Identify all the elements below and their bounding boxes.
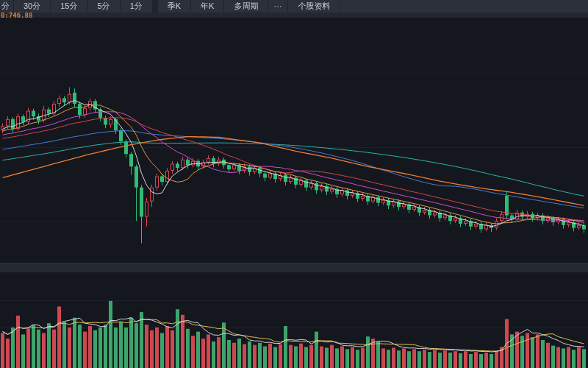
tab-quarter-k[interactable]: 季K (158, 0, 190, 13)
toolbar-filler (340, 0, 588, 13)
kline-chart-canvas[interactable] (0, 18, 588, 368)
tab-more[interactable]: ⋯ (268, 0, 287, 13)
tab-15min[interactable]: 15分 (51, 0, 87, 13)
tab-stock-info[interactable]: 个股资料 (288, 0, 340, 13)
tab-multi-period[interactable]: 多周期 (224, 0, 268, 13)
ma-value-label: 0:746.88 (1, 12, 32, 19)
tab-5min[interactable]: 5分 (88, 0, 120, 13)
tab-year-k[interactable]: 年K (191, 0, 223, 13)
header-subband (0, 13, 588, 18)
period-toolbar: 分30分15分5分1分季K年K多周期⋯个股资料 (0, 0, 588, 13)
stock-chart-app: 分30分15分5分1分季K年K多周期⋯个股资料 0:746.88 (0, 0, 588, 368)
tab-1min[interactable]: 1分 (121, 0, 152, 13)
tab-30min[interactable]: 30分 (14, 0, 50, 13)
tab-60min-partial[interactable]: 分 (0, 0, 13, 13)
